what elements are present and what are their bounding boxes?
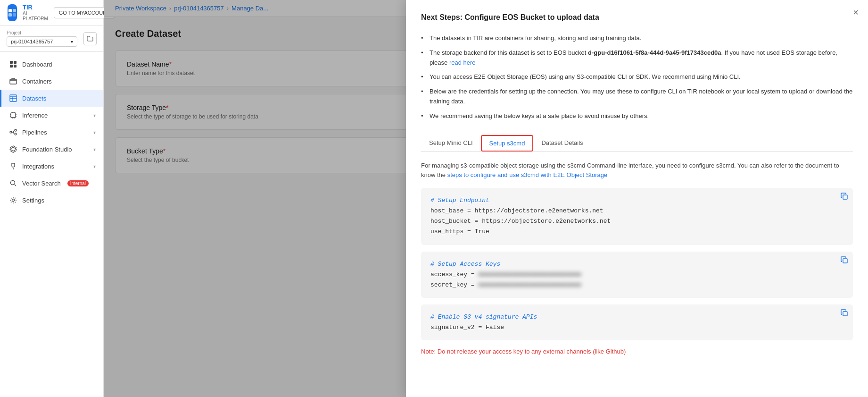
logo-icon (8, 4, 17, 21)
sidebar-item-inference[interactable]: Inference ▾ (0, 107, 103, 124)
sidebar-item-vector-search[interactable]: Vector Search Internal (0, 175, 103, 192)
code-comment: # Setup Access Keys (430, 259, 843, 270)
chevron-down-icon: ▾ (93, 147, 96, 152)
svg-rect-5 (14, 61, 17, 64)
svg-rect-8 (10, 79, 17, 84)
chevron-down-icon: ▾ (93, 130, 96, 135)
modal-tabs: Setup Minio CLI Setup s3cmd Dataset Deta… (421, 135, 853, 152)
svg-rect-9 (10, 95, 17, 101)
sidebar-item-label: Containers (22, 78, 52, 85)
tab-dataset-details[interactable]: Dataset Details (533, 135, 591, 152)
sidebar-item-containers[interactable]: Containers (0, 73, 103, 90)
nav-items: Dashboard Containers Datasets Inference (0, 52, 103, 397)
svg-point-12 (15, 129, 17, 131)
folder-icon (87, 35, 93, 42)
flow-icon (9, 128, 17, 136)
svg-rect-10 (11, 113, 16, 118)
sidebar-item-dashboard[interactable]: Dashboard (0, 56, 103, 73)
access-key-value: ●●●●●●●●●●●●●●●●●●●●●●●●●●●● (478, 271, 581, 278)
tab-setup-minio-cli[interactable]: Setup Minio CLI (421, 135, 481, 152)
modal-info-list: The datasets in TIR are containers for s… (421, 31, 853, 124)
read-here-link[interactable]: read here (449, 59, 476, 66)
code-line: signature_v2 = False (430, 322, 843, 333)
plug-icon (9, 162, 17, 170)
svg-rect-17 (843, 259, 847, 263)
code-line: use_https = True (430, 227, 843, 237)
project-value: prj-010414365757 (11, 39, 53, 44)
svg-rect-3 (13, 13, 16, 17)
sidebar-item-label: Datasets (22, 95, 46, 102)
copy-endpoint-button[interactable] (841, 193, 848, 202)
project-selector: Project prj-010414365757 ▾ (0, 25, 103, 52)
list-item: The storage backend for this dataset is … (421, 46, 853, 70)
modal-close-button[interactable]: × (853, 8, 859, 17)
svg-rect-1 (13, 9, 16, 12)
svg-rect-16 (843, 195, 847, 199)
table-icon (9, 94, 17, 102)
modal-panel: × Next Steps: Configure EOS Bucket to up… (406, 0, 868, 397)
list-item: You can access E2E Object Storage (EOS) … (421, 70, 853, 84)
copy-signature-button[interactable] (841, 309, 848, 319)
svg-rect-18 (843, 312, 847, 316)
project-dropdown[interactable]: prj-010414365757 ▾ (7, 36, 77, 47)
s3cmd-doc-link[interactable]: steps to configure and use s3cmd with E2… (447, 171, 608, 178)
sidebar-item-label: Pipelines (22, 129, 47, 136)
sidebar-item-label: Dashboard (22, 61, 52, 68)
sidebar-item-label: Foundation Studio (22, 146, 72, 153)
svg-point-15 (12, 199, 15, 202)
tab-description: For managing s3-compatible object storag… (421, 161, 853, 181)
svg-point-11 (10, 131, 12, 133)
sidebar-item-settings[interactable]: Settings (0, 192, 103, 209)
code-block-endpoint: # Setup Endpoint host_base = https://obj… (421, 188, 853, 245)
folder-icon-button[interactable] (83, 32, 97, 45)
svg-point-14 (11, 181, 15, 185)
logo-subtitle: AI PLATFORM (23, 11, 48, 21)
layers-icon (9, 145, 17, 153)
code-line-secret-key: secret_key = ●●●●●●●●●●●●●●●●●●●●●●●●●●●… (430, 280, 843, 290)
grid-icon (9, 60, 17, 68)
code-line: host_base = https://objectstore.e2enetwo… (430, 206, 843, 216)
sidebar-item-label: Integrations (22, 163, 54, 170)
svg-point-13 (15, 133, 17, 135)
chevron-down-icon: ▾ (93, 164, 96, 169)
sidebar-item-integrations[interactable]: Integrations ▾ (0, 158, 103, 175)
code-line-access-key: access_key = ●●●●●●●●●●●●●●●●●●●●●●●●●●●… (430, 270, 843, 280)
code-block-signature: # Enable S3 v4 signature APIs signature_… (421, 304, 853, 340)
sidebar-topbar: TIR AI PLATFORM GO TO MYACCOUNT (0, 0, 103, 25)
sidebar-item-label: Settings (22, 197, 44, 204)
project-label: Project (7, 30, 81, 35)
gear-icon (9, 196, 17, 204)
svg-rect-0 (8, 9, 12, 12)
list-item: We recommend saving the below keys at a … (421, 109, 853, 124)
logo-title: TIR (23, 4, 48, 11)
chevron-down-icon: ▾ (93, 113, 96, 118)
list-item: Below are the credentials for setting up… (421, 84, 853, 109)
secret-key-value: ●●●●●●●●●●●●●●●●●●●●●●●●●●●● (478, 281, 581, 288)
sidebar-item-label: Vector Search (22, 180, 61, 187)
svg-rect-4 (10, 61, 13, 64)
sidebar-item-datasets[interactable]: Datasets (0, 90, 103, 107)
sidebar-item-pipelines[interactable]: Pipelines ▾ (0, 124, 103, 141)
bucket-name: d-gpu-d16f1061-5f8a-444d-9a45-9f17343ced… (588, 49, 721, 56)
sidebar-item-foundation-studio[interactable]: Foundation Studio ▾ (0, 141, 103, 158)
cpu-icon (9, 111, 17, 119)
sidebar-item-label: Inference (22, 112, 48, 119)
code-comment: # Setup Endpoint (430, 195, 843, 206)
list-item: The datasets in TIR are containers for s… (421, 31, 853, 46)
modal-title: Next Steps: Configure EOS Bucket to uplo… (421, 13, 853, 22)
code-block-access-keys: # Setup Access Keys access_key = ●●●●●●●… (421, 252, 853, 298)
internal-badge: Internal (67, 180, 89, 186)
svg-rect-6 (10, 65, 13, 68)
sidebar: TIR AI PLATFORM GO TO MYACCOUNT Project … (0, 0, 104, 397)
svg-rect-2 (8, 13, 12, 17)
search-icon (9, 179, 17, 187)
code-line: host_bucket = https://objectstore.e2enet… (430, 216, 843, 227)
box-icon (9, 77, 17, 85)
code-comment: # Enable S3 v4 signature APIs (430, 312, 843, 322)
tab-setup-s3cmd[interactable]: Setup s3cmd (481, 135, 534, 152)
logo-text-group: TIR AI PLATFORM (23, 4, 48, 22)
chevron-down-icon: ▾ (71, 39, 73, 44)
svg-rect-7 (14, 65, 17, 68)
copy-access-keys-button[interactable] (841, 256, 848, 266)
access-key-warning: Note: Do not release your access key to … (421, 348, 853, 355)
